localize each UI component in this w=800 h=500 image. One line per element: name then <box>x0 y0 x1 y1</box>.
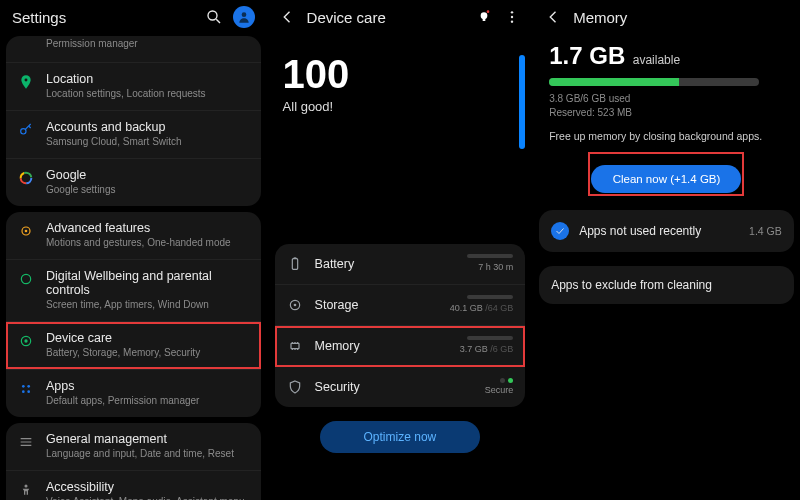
disc-icon <box>287 297 303 313</box>
svg-point-2 <box>241 12 246 17</box>
memory-summary: 1.7 GB available 3.8 GB/6 GB used Reserv… <box>533 34 800 120</box>
memory-amount-label: available <box>633 53 680 67</box>
dc-metric: Secure <box>485 375 514 395</box>
list-sub: Motions and gestures, One-handed mode <box>46 237 231 249</box>
list-item-device-care[interactable]: Device care Battery, Storage, Memory, Se… <box>6 322 261 369</box>
list-label: Location <box>46 72 206 86</box>
svg-point-27 <box>511 11 513 13</box>
svg-point-26 <box>487 10 490 13</box>
check-icon <box>551 222 569 240</box>
dc-item-security[interactable]: Security Secure <box>275 367 526 407</box>
grid-icon <box>18 381 34 397</box>
list-item-advanced[interactable]: Advanced features Motions and gestures, … <box>6 212 261 259</box>
memory-pane: Memory 1.7 GB available 3.8 GB/6 GB used… <box>533 0 800 500</box>
shield-icon <box>18 40 34 56</box>
list-item-general[interactable]: General management Language and input, D… <box>6 423 261 470</box>
list-sub: Language and input, Date and time, Reset <box>46 448 234 460</box>
list-item-permission[interactable]: Permission manager <box>6 36 261 62</box>
svg-rect-34 <box>291 343 299 348</box>
list-item-apps[interactable]: Apps Default apps, Permission manager <box>6 370 261 417</box>
list-item-google[interactable]: Google Google settings <box>6 159 261 206</box>
memory-apps-exclude[interactable]: Apps to exclude from cleaning <box>539 266 794 304</box>
device-care-score-block: 100 All good! <box>267 34 534 114</box>
search-icon[interactable] <box>205 8 223 26</box>
settings-title: Settings <box>12 9 66 26</box>
more-icon[interactable] <box>503 8 521 26</box>
svg-point-3 <box>25 79 28 82</box>
svg-line-1 <box>216 19 220 23</box>
ring-icon <box>18 271 34 287</box>
pin-icon <box>18 74 34 90</box>
svg-point-0 <box>208 11 217 20</box>
list-label: General management <box>46 432 234 446</box>
back-icon[interactable] <box>545 8 563 26</box>
list-sub: Battery, Storage, Memory, Security <box>46 347 200 359</box>
list-label: Advanced features <box>46 221 231 235</box>
list-sub: Default apps, Permission manager <box>46 395 199 407</box>
apps-not-used-label: Apps not used recently <box>579 224 739 238</box>
dc-item-storage[interactable]: Storage 40.1 GB /64 GB <box>275 285 526 326</box>
settings-header: Settings <box>0 0 267 34</box>
apps-exclude-label: Apps to exclude from cleaning <box>551 278 782 292</box>
svg-line-6 <box>29 126 31 128</box>
list-sub: Screen time, App timers, Wind Down <box>46 299 249 311</box>
svg-point-15 <box>24 339 27 342</box>
score-bar <box>519 55 525 149</box>
list-item-accessibility[interactable]: Accessibility Voice Assistant, Mono audi… <box>6 471 261 500</box>
list-sub: Permission manager <box>46 38 138 50</box>
memory-title: Memory <box>573 9 627 26</box>
svg-rect-31 <box>293 257 296 258</box>
svg-point-29 <box>511 20 513 22</box>
score-label: All good! <box>283 99 518 114</box>
list-sub: Voice Assistant, Mono audio, Assistant m… <box>46 496 244 500</box>
sliders-icon <box>18 434 34 450</box>
memory-hint: Free up memory by closing background app… <box>549 130 784 142</box>
svg-point-18 <box>22 390 25 393</box>
list-label: Digital Wellbeing and parental controls <box>46 269 249 297</box>
svg-point-28 <box>511 16 513 18</box>
key-icon <box>18 122 34 138</box>
settings-group-b: Advanced features Motions and gestures, … <box>6 212 261 417</box>
device-care-pane: Device care 100 All good! Battery <box>267 0 534 500</box>
svg-rect-30 <box>292 259 297 270</box>
optimize-now-button[interactable]: Optimize now <box>320 421 480 453</box>
settings-pane: Settings Permission manager Location <box>0 0 267 500</box>
list-label: Accounts and backup <box>46 120 182 134</box>
svg-point-13 <box>21 274 30 283</box>
apps-not-used-value: 1.4 GB <box>749 225 782 237</box>
list-item-wellbeing[interactable]: Digital Wellbeing and parental controls … <box>6 260 261 321</box>
dc-metric: 40.1 GB /64 GB <box>450 293 514 313</box>
svg-point-19 <box>27 390 30 393</box>
person-icon <box>18 482 34 498</box>
gear-dots-icon <box>18 223 34 239</box>
tips-icon[interactable] <box>475 8 493 26</box>
settings-group-a: Permission manager Location Location set… <box>6 36 261 206</box>
list-sub: Google settings <box>46 184 116 196</box>
list-item-location[interactable]: Location Location settings, Location req… <box>6 63 261 110</box>
dc-label: Memory <box>315 339 360 353</box>
memory-header: Memory <box>533 0 800 34</box>
dc-item-battery[interactable]: Battery 7 h 30 m <box>275 244 526 285</box>
dc-metric: 7 h 30 m <box>467 252 513 272</box>
svg-point-33 <box>293 304 296 307</box>
list-label: Accessibility <box>46 480 244 494</box>
settings-group-c: General management Language and input, D… <box>6 423 261 500</box>
back-icon[interactable] <box>279 8 297 26</box>
google-icon <box>18 170 34 186</box>
dc-label: Security <box>315 380 360 394</box>
shield-icon <box>287 379 303 395</box>
list-label: Device care <box>46 331 200 345</box>
chip-icon <box>287 338 303 354</box>
svg-point-23 <box>24 484 27 487</box>
account-avatar[interactable] <box>233 6 255 28</box>
dc-metric: 3.7 GB /6 GB <box>460 334 514 354</box>
svg-point-17 <box>27 385 30 388</box>
memory-apps-not-used[interactable]: Apps not used recently 1.4 GB <box>539 210 794 252</box>
list-item-accounts[interactable]: Accounts and backup Samsung Cloud, Smart… <box>6 111 261 158</box>
svg-point-12 <box>25 230 28 233</box>
clean-now-highlight: Clean now (+1.4 GB) <box>588 152 744 196</box>
list-label: Google <box>46 168 116 182</box>
memory-amount: 1.7 GB <box>549 42 625 69</box>
dc-item-memory[interactable]: Memory 3.7 GB /6 GB <box>275 326 526 367</box>
clean-now-button[interactable]: Clean now (+1.4 GB) <box>591 165 741 193</box>
